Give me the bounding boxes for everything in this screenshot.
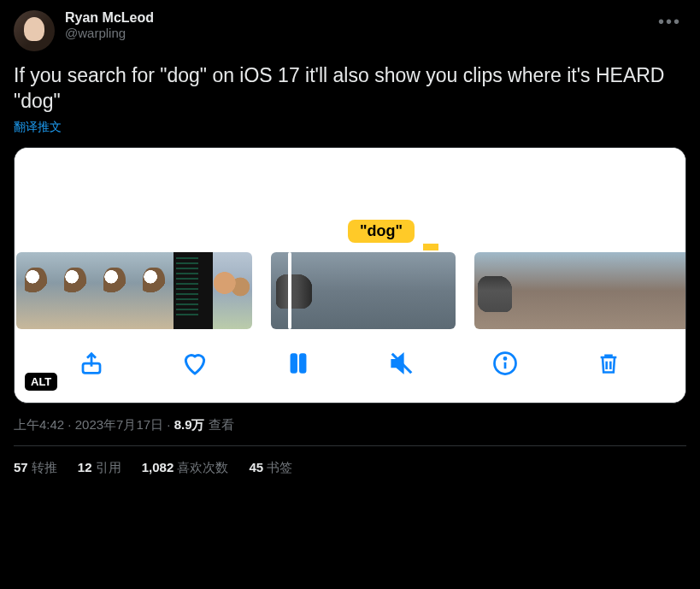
likes-stat[interactable]: 1,082 喜欢次数 — [142, 460, 229, 476]
media-whitespace — [15, 148, 685, 215]
tweet-stats: 57 转推 12 引用 1,082 喜欢次数 45 书签 — [14, 446, 686, 476]
display-name: Ryan McLeod — [65, 10, 686, 26]
views-label: 查看 — [205, 417, 234, 432]
share-icon[interactable] — [76, 348, 107, 379]
clip-group-2[interactable] — [271, 252, 456, 329]
clip-thumbnail — [515, 252, 556, 329]
caption-marker — [423, 244, 438, 250]
audio-caption-tag: "dog" — [348, 220, 415, 243]
clip-thumbnail — [679, 252, 685, 329]
avatar[interactable] — [14, 10, 55, 51]
time: 上午4:42 — [14, 417, 64, 432]
caption-tag-area: "dog" — [15, 215, 685, 252]
clip-thumbnail — [638, 252, 679, 329]
retweets-stat[interactable]: 57 转推 — [14, 460, 57, 476]
author-names[interactable]: Ryan McLeod @warpling — [65, 10, 686, 40]
media-controls — [15, 329, 685, 403]
pause-icon[interactable] — [283, 348, 314, 379]
views-count: 8.9万 — [174, 417, 205, 432]
clip-thumbnail — [556, 252, 597, 329]
more-options-icon[interactable]: ••• — [658, 12, 681, 32]
clip-group-1[interactable] — [16, 252, 252, 329]
svg-rect-1 — [291, 354, 297, 372]
clip-thumbnail — [174, 252, 213, 329]
tweet-text: If you search for "dog" on iOS 17 it'll … — [14, 63, 686, 115]
quotes-stat[interactable]: 12 引用 — [78, 460, 121, 476]
playhead-indicator[interactable] — [288, 252, 291, 329]
bookmarks-stat[interactable]: 45 书签 — [249, 460, 292, 476]
clip-thumbnail — [134, 252, 174, 329]
clip-thumbnail — [317, 252, 363, 329]
alt-badge[interactable]: ALT — [25, 373, 57, 391]
clip-thumbnail — [597, 252, 638, 329]
mute-icon[interactable] — [386, 348, 417, 379]
clip-thumbnail — [56, 252, 95, 329]
tweet-timestamp[interactable]: 上午4:42 · 2023年7月17日 · 8.9万 查看 — [14, 417, 686, 433]
video-filmstrip[interactable] — [15, 252, 685, 329]
clip-thumbnail — [95, 252, 134, 329]
clip-thumbnail — [409, 252, 456, 329]
clip-thumbnail — [16, 252, 56, 329]
tweet-container: Ryan McLeod @warpling ••• If you search … — [0, 0, 700, 486]
svg-point-6 — [504, 357, 506, 359]
clip-thumbnail — [363, 252, 409, 329]
translate-link[interactable]: 翻译推文 — [14, 120, 686, 135]
heart-icon[interactable] — [179, 348, 210, 379]
tweet-header: Ryan McLeod @warpling ••• — [14, 10, 686, 51]
info-icon[interactable] — [490, 348, 521, 379]
clip-group-3[interactable] — [474, 252, 685, 329]
trash-icon[interactable] — [593, 348, 624, 379]
handle: @warpling — [65, 26, 686, 40]
svg-rect-2 — [300, 354, 305, 372]
clip-thumbnail — [213, 252, 252, 329]
date: 2023年7月17日 — [75, 417, 163, 432]
media-attachment[interactable]: "dog" — [14, 147, 686, 403]
